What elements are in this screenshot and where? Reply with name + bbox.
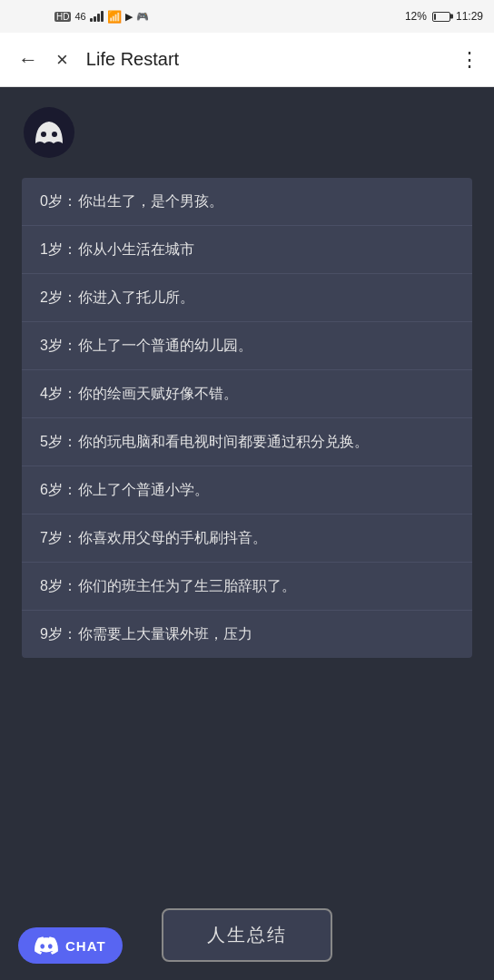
chat-row: 0岁：你出生了，是个男孩。 [22, 178, 472, 226]
close-button[interactable]: × [53, 44, 72, 75]
avatar-area [0, 87, 494, 178]
status-bar: HD 46 📶 ▶ 🎮 12% 11:29 [0, 0, 494, 33]
age-text: 你们的班主任为了生三胎辞职了。 [78, 575, 454, 597]
extra-icon: 🎮 [136, 11, 149, 23]
age-label: 8岁： [40, 575, 78, 597]
age-text: 你需要上大量课外班，压力 [78, 623, 454, 645]
chat-row: 2岁：你进入了托儿所。 [22, 274, 472, 322]
discord-chat-button[interactable]: CHAT [18, 927, 123, 964]
chat-row: 1岁：你从小生活在城市 [22, 226, 472, 274]
battery-icon [432, 12, 450, 22]
video-icon: ▶ [125, 11, 133, 23]
age-text: 你上了个普通小学。 [78, 479, 454, 501]
avatar-icon [22, 105, 76, 160]
discord-icon [35, 936, 58, 955]
age-text: 你从小生活在城市 [78, 239, 454, 260]
age-label: 5岁： [40, 431, 78, 453]
main-content: 0岁：你出生了，是个男孩。1岁：你从小生活在城市2岁：你进入了托儿所。3岁：你上… [0, 87, 494, 980]
battery-percent: 12% [405, 10, 427, 23]
age-text: 你的玩电脑和看电视时间都要通过积分兑换。 [78, 431, 454, 453]
chat-row: 8岁：你们的班主任为了生三胎辞职了。 [22, 563, 472, 611]
chat-row: 6岁：你上了个普通小学。 [22, 466, 472, 514]
chat-row: 7岁：你喜欢用父母的手机刷抖音。 [22, 514, 472, 563]
age-label: 7岁： [40, 527, 78, 549]
age-text: 你喜欢用父母的手机刷抖音。 [78, 527, 454, 549]
hd-badge: HD [54, 12, 71, 22]
age-label: 1岁： [40, 239, 78, 260]
chat-row: 5岁：你的玩电脑和看电视时间都要通过积分兑换。 [22, 418, 472, 466]
summary-button[interactable]: 人生总结 [162, 908, 332, 962]
svg-point-1 [41, 132, 46, 137]
clock: 11:29 [456, 10, 483, 23]
age-text: 你上了一个普通的幼儿园。 [78, 335, 454, 357]
age-label: 2岁： [40, 287, 78, 309]
chat-container: 0岁：你出生了，是个男孩。1岁：你从小生活在城市2岁：你进入了托儿所。3岁：你上… [22, 178, 472, 658]
chat-row: 3岁：你上了一个普通的幼儿园。 [22, 322, 472, 370]
age-label: 4岁： [40, 383, 78, 405]
menu-button[interactable]: ⋮ [459, 48, 479, 72]
age-text: 你的绘画天赋好像不错。 [78, 383, 454, 405]
age-text: 你出生了，是个男孩。 [78, 191, 454, 212]
wifi-icon: 📶 [107, 10, 122, 24]
age-label: 6岁： [40, 479, 78, 501]
status-right: 12% 11:29 [405, 10, 483, 23]
battery-fill [434, 14, 436, 20]
age-label: 9岁： [40, 623, 78, 645]
age-label: 0岁： [40, 191, 78, 212]
svg-point-2 [52, 132, 57, 137]
back-button[interactable]: ← [15, 44, 42, 75]
signal-icon [90, 11, 104, 22]
chat-row: 9岁：你需要上大量课外班，压力 [22, 611, 472, 658]
age-text: 你进入了托儿所。 [78, 287, 454, 309]
page-title: Life Restart [86, 49, 449, 70]
carrier-badge: 46 [74, 11, 85, 22]
status-left: HD 46 📶 ▶ 🎮 [54, 10, 149, 24]
nav-bar: ← × Life Restart ⋮ [0, 33, 494, 87]
age-label: 3岁： [40, 335, 78, 357]
discord-chat-label: CHAT [65, 938, 106, 954]
chat-row: 4岁：你的绘画天赋好像不错。 [22, 370, 472, 418]
